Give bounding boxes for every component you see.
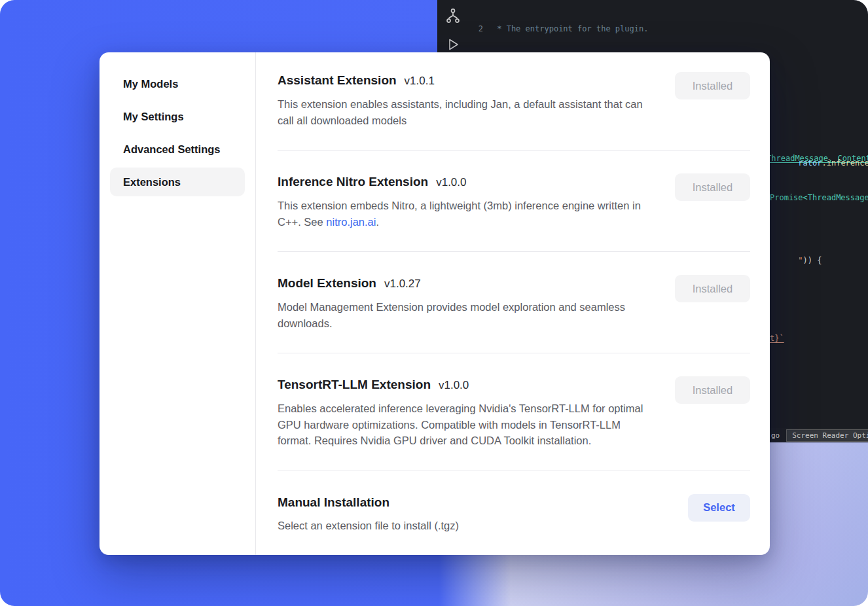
extension-row-tensorrt: TensortRT-LLM Extensionv1.0.0 Enables ac… — [278, 353, 750, 471]
sidebar-item-advanced-settings[interactable]: Advanced Settings — [110, 135, 245, 164]
manual-installation-description: Select an extension file to install (.tg… — [278, 518, 459, 534]
status-language-label: go — [771, 431, 780, 440]
code-line: 2 * The entrypoint for the plugin. — [469, 24, 868, 35]
extension-row-assistant: Assistant Extensionv1.0.1 This extension… — [278, 72, 750, 151]
extension-info: TensortRT-LLM Extensionv1.0.0 Enables ac… — [278, 376, 656, 449]
code-fragment: t}` — [770, 334, 784, 343]
extension-description: This extension enables assistants, inclu… — [278, 96, 656, 128]
extension-description: Model Management Extension provides mode… — [278, 299, 656, 331]
installed-button[interactable]: Installed — [675, 376, 750, 404]
extension-name: Inference Nitro Extension — [278, 175, 428, 188]
installed-button[interactable]: Installed — [675, 275, 750, 302]
editor-toolbar — [444, 7, 462, 54]
manual-installation-row: Manual Installation Select an extension … — [278, 471, 750, 534]
extension-title: Model Extensionv1.0.27 — [278, 275, 656, 293]
extension-version: v1.0.0 — [436, 176, 466, 188]
extension-title: Assistant Extensionv1.0.1 — [278, 72, 656, 90]
screen-reader-notice[interactable]: Screen Reader Optimize — [786, 429, 868, 442]
nitro-link[interactable]: nitro.jan.ai — [326, 216, 376, 228]
extension-title: Inference Nitro Extensionv1.0.0 — [278, 173, 656, 191]
extension-name: TensortRT-LLM Extension — [278, 378, 431, 391]
line-number: 2 — [469, 24, 483, 35]
installed-button[interactable]: Installed — [675, 173, 750, 201]
code-fragment: ")) { — [770, 247, 822, 274]
extension-version: v1.0.27 — [384, 277, 421, 290]
run-icon[interactable] — [444, 35, 462, 54]
sidebar-item-my-models[interactable]: My Models — [110, 69, 245, 98]
manual-installation-title: Manual Installation — [278, 494, 459, 511]
extension-description: This extension embeds Nitro, a lightweig… — [278, 198, 656, 230]
extension-version: v1.0.0 — [439, 379, 469, 391]
sidebar-item-my-settings[interactable]: My Settings — [110, 102, 245, 131]
sidebar-item-label: Extensions — [123, 176, 181, 188]
extension-version: v1.0.1 — [405, 75, 435, 87]
sidebar-item-label: Advanced Settings — [123, 143, 221, 156]
extension-info: Assistant Extensionv1.0.1 This extension… — [278, 72, 656, 128]
extension-title: TensortRT-LLM Extensionv1.0.0 — [278, 376, 656, 394]
extension-row-model: Model Extensionv1.0.27 Model Management … — [278, 252, 750, 353]
settings-sidebar: My Models My Settings Advanced Settings … — [99, 52, 256, 555]
sidebar-item-label: My Settings — [123, 111, 184, 123]
extension-info: Manual Installation Select an extension … — [278, 494, 459, 534]
extension-name: Assistant Extension — [278, 73, 397, 87]
extension-info: Inference Nitro Extensionv1.0.0 This ext… — [278, 173, 656, 230]
desktop: 2 * The entrypoint for the plugin. 3 */ … — [0, 0, 868, 606]
extension-info: Model Extensionv1.0.27 Model Management … — [278, 275, 656, 331]
extension-name: Model Extension — [278, 276, 376, 290]
select-file-button[interactable]: Select — [688, 494, 750, 522]
extension-row-nitro: Inference Nitro Extensionv1.0.0 This ext… — [278, 151, 750, 252]
git-fork-icon[interactable] — [444, 7, 462, 25]
extension-description: Enables accelerated inference leveraging… — [278, 401, 656, 449]
extensions-panel: Assistant Extensionv1.0.1 This extension… — [256, 52, 770, 555]
code-fragment: rator.inference(data)); — [770, 149, 868, 177]
installed-button[interactable]: Installed — [675, 72, 750, 99]
extension-name: Manual Installation — [278, 495, 389, 509]
code-comment: * The entrypoint for the plugin. — [492, 24, 648, 35]
sidebar-item-extensions[interactable]: Extensions — [110, 168, 245, 196]
settings-modal: My Models My Settings Advanced Settings … — [99, 52, 770, 555]
sidebar-item-label: My Models — [123, 78, 178, 90]
code-fragment: Promise<ThreadMessage> — [770, 193, 868, 202]
